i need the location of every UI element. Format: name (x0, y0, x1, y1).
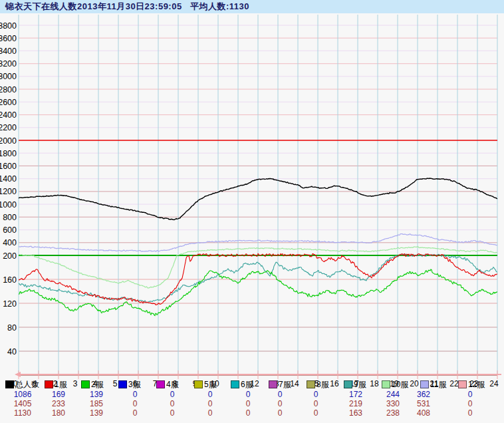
x-tick-label: 18 (370, 379, 379, 388)
x-tick-label: 14 (290, 379, 299, 388)
x-tick-label: 23 (469, 379, 479, 388)
y-tick-label: 1400 (0, 174, 17, 184)
x-tick-label: 15 (310, 379, 319, 388)
y-tick-label: 1200 (0, 187, 17, 196)
y-tick-label: 800 (3, 213, 17, 222)
y-tick-label: 400 (3, 238, 17, 247)
x-tick-label: 4 (93, 379, 98, 388)
x-tick-label: 22 (449, 379, 459, 388)
chart-title: 锦衣天下在线人数2013年11月30日23:59:05 平均人数:1130 (5, 1, 249, 13)
y-tick-label: 3400 (0, 47, 17, 56)
y-tick-label: 160 (3, 275, 17, 285)
x-tick-label: 21 (430, 379, 439, 388)
app-window: 3800360034003200300028002600240022002000… (0, 0, 504, 423)
x-tick-label: 1 (33, 379, 38, 388)
y-tick-label: 1600 (0, 162, 17, 171)
y-tick-label: 2000 (0, 136, 17, 146)
y-tick-label: 3600 (0, 34, 17, 43)
x-tick-label: 3 (73, 379, 78, 388)
y-tick-label: 120 (3, 299, 17, 309)
x-tick-label: 0 (13, 379, 18, 388)
plot-background (0, 13, 504, 423)
x-tick-label: 20 (410, 379, 419, 388)
title-bar: 锦衣天下在线人数2013年11月30日23:59:05 平均人数:1130 (0, 0, 504, 13)
y-tick-label: 1800 (0, 149, 17, 158)
y-tick-label: 1000 (0, 200, 17, 210)
x-axis-line (16, 374, 501, 375)
y-tick-label: 2400 (0, 110, 17, 120)
x-tick-label: 7 (153, 379, 158, 388)
y-tick-label: 2200 (0, 123, 17, 132)
x-tick-label: 13 (270, 379, 279, 388)
y-tick-label: 200 (3, 251, 17, 261)
y-tick-label: 3200 (0, 59, 17, 69)
y-tick-label: 40 (7, 347, 17, 356)
y-tick-label: 80 (7, 323, 17, 333)
y-tick-label: 2800 (0, 85, 17, 94)
x-tick-label: 9 (193, 379, 197, 388)
x-tick-label: 19 (390, 379, 399, 388)
x-tick-label: 17 (350, 379, 359, 388)
x-tick-label: 6 (133, 379, 138, 388)
x-tick-label: 10 (210, 379, 219, 388)
x-tick-label: 16 (330, 379, 339, 388)
x-tick-label: 2 (53, 379, 58, 388)
y-tick-label: 3800 (0, 21, 17, 31)
x-tick-label: 24 (489, 379, 499, 388)
x-tick-label: 11 (231, 379, 239, 388)
x-tick-label: 5 (113, 379, 118, 388)
y-tick-label: 2600 (0, 98, 17, 107)
chart-canvas: 3800360034003200300028002600240022002000… (0, 0, 504, 423)
x-tick-label: 12 (250, 379, 259, 388)
x-tick-label: 8 (173, 379, 178, 388)
y-tick-label: 600 (3, 225, 17, 235)
y-tick-label: 3000 (0, 72, 17, 81)
